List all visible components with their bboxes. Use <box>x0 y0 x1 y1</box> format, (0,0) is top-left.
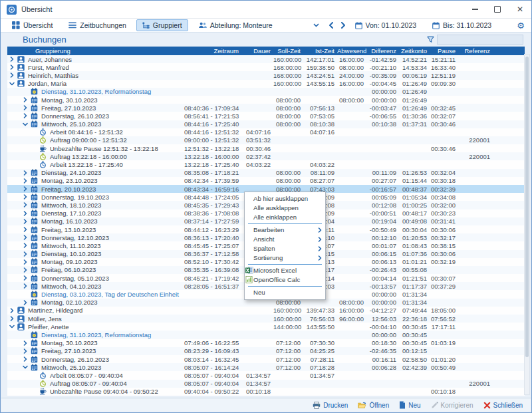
table-row[interactable]: Freitag, 27.10.202308:23:29 - 16:09:4307… <box>7 347 525 355</box>
chevron-right-icon[interactable] <box>23 235 31 240</box>
chevron-right-icon[interactable] <box>23 275 31 281</box>
close-dialog-button[interactable]: Schließen <box>483 402 523 409</box>
table-row[interactable]: Jordan, Maria160:00:00143:55:1516:00:00-… <box>7 80 525 88</box>
menu-item-bearbeiten[interactable]: Bearbeiten <box>245 225 325 235</box>
table-row[interactable]: Montag, 30.10.202307:49:06 - 16:22:5507:… <box>7 339 525 347</box>
chevron-right-icon[interactable] <box>23 170 31 176</box>
chevron-right-icon[interactable] <box>9 57 17 62</box>
table-row[interactable]: Arbeit 13:22:18 - 17:25:4013:22:18 - 17:… <box>7 160 525 168</box>
column-header-abwesend[interactable]: Abwesend <box>337 47 366 55</box>
view-tab-uebersicht[interactable]: Übersicht <box>6 19 59 31</box>
table-row[interactable]: Heinrich, Matthias168:00:00143:24:5124:0… <box>7 71 525 79</box>
table-row[interactable]: Auftrag 09:00:00 - 12:51:3209:00:00 - 12… <box>7 136 525 144</box>
chevron-right-icon[interactable] <box>23 178 31 184</box>
table-row[interactable]: Donnerstag, 26.10.202308:03:14 - 16:32:4… <box>7 355 525 363</box>
table-row[interactable]: Montag, 23.10.202308:42:34 - 17:39:5908:… <box>7 177 525 185</box>
table-row[interactable]: Arbeit 08:44:16 - 12:51:3208:44:16 - 12:… <box>7 128 525 136</box>
column-header-differenz[interactable]: Differenz <box>366 47 399 55</box>
table-row[interactable]: Fürst, Manfred168:00:00159:38:5008:00:00… <box>7 63 525 71</box>
menu-item-alle-einklappen[interactable]: Alle einklappen <box>245 213 325 222</box>
chevron-down-icon[interactable] <box>313 23 319 28</box>
table-row[interactable]: Auftrag 13:22:18 - 16:00:0013:22:18 - 16… <box>7 152 525 160</box>
menu-item-sortierung[interactable]: Sortierung <box>245 253 325 263</box>
table-row[interactable]: Unbezahlte Pause 12:51:32 - 13:22:1812:5… <box>7 144 525 152</box>
column-header-zeitkonto[interactable]: Zeitkonto <box>399 47 430 55</box>
settings-button[interactable]: ⚙ <box>517 21 526 30</box>
filter-input[interactable] <box>437 35 523 45</box>
chevron-right-icon[interactable] <box>23 227 31 232</box>
chevron-right-icon[interactable] <box>9 72 17 78</box>
chevron-right-icon[interactable] <box>23 186 31 192</box>
table-row[interactable]: Müller, Jens160:00:0076:56:0396:00:0012:… <box>7 315 525 323</box>
chevron-right-icon[interactable] <box>23 105 31 110</box>
chevron-right-icon[interactable] <box>23 300 31 305</box>
chevron-right-icon[interactable] <box>23 356 31 362</box>
chevron-right-icon[interactable] <box>23 283 31 289</box>
department-selector[interactable]: Abteilung: Monteure <box>192 19 325 31</box>
chevron-right-icon[interactable] <box>23 348 31 354</box>
chevron-down-icon[interactable] <box>9 81 17 86</box>
date-to-button[interactable]: Bis: 31.10.2023 <box>426 19 497 31</box>
chevron-down-icon[interactable] <box>23 122 31 127</box>
chevron-right-icon[interactable] <box>9 316 17 321</box>
previous-period-button[interactable] <box>325 21 337 30</box>
chevron-right-icon[interactable] <box>23 341 31 346</box>
column-header-ist-zeit[interactable]: Ist-Zeit <box>303 47 337 55</box>
column-header-soll-zeit[interactable]: Soll-Zeit <box>273 47 303 55</box>
chevron-right-icon[interactable] <box>9 65 17 70</box>
chevron-right-icon[interactable] <box>23 251 31 257</box>
table-row[interactable]: Mittwoch, 25.10.202308:44:16 - 17:25:400… <box>7 120 525 128</box>
view-tab-zeitbuchungen[interactable]: Zeitbuchungen <box>63 19 132 31</box>
table-row[interactable]: Pfeiffer, Anette144:00:00143:55:50-00:04… <box>7 323 525 331</box>
menu-item-alle-ausklappen[interactable]: Alle ausklappen <box>245 204 325 213</box>
open-button[interactable]: Öffnen <box>358 402 389 409</box>
table-row[interactable]: Dienstag, 24.10.202308:35:08 - 17:18:210… <box>7 169 525 177</box>
chevron-right-icon[interactable] <box>23 211 31 216</box>
menu-item-neu[interactable]: Neu <box>245 288 325 297</box>
chevron-right-icon[interactable] <box>23 202 31 207</box>
chevron-right-icon[interactable] <box>23 259 31 265</box>
chevron-down-icon[interactable] <box>23 364 31 370</box>
column-header-pause[interactable]: Pause <box>430 47 458 55</box>
table-row[interactable]: Unbezahlte Pause 09:40:04 - 09:50:2209:4… <box>7 388 525 396</box>
table-row[interactable]: Montag, 30.10.202308:00:0008:00:0000:00:… <box>7 96 525 104</box>
table-row[interactable]: Martinez, Hildegard160:00:00139:47:3316:… <box>7 307 525 315</box>
next-period-button[interactable] <box>337 21 349 30</box>
column-header-zeitraum[interactable]: Zeitraum <box>184 47 241 55</box>
menu-item-ab-hier-ausklappen[interactable]: Ab hier ausklappen <box>245 194 325 204</box>
menu-item-spalten[interactable]: Spalten <box>245 244 325 253</box>
date-from-button[interactable]: Von: 01.10.2023 <box>349 19 423 31</box>
chevron-right-icon[interactable] <box>23 243 31 248</box>
minimize-button[interactable] <box>464 1 486 18</box>
chevron-right-icon[interactable] <box>23 267 31 273</box>
chevron-down-icon[interactable] <box>9 324 17 329</box>
table-row[interactable]: Dienstag, 31.10.2023, Reformationstag00:… <box>7 88 525 96</box>
chevron-right-icon[interactable] <box>23 219 31 224</box>
menu-item-microsoft-excel[interactable]: Microsoft Excel <box>245 266 325 275</box>
close-button[interactable]: ✕ <box>509 1 531 18</box>
table-row[interactable]: Mittwoch, 25.10.202308:05:07 - 16:14:240… <box>7 363 525 371</box>
funnel-icon[interactable] <box>427 36 434 43</box>
table-row[interactable]: Donnerstag, 26.10.202308:56:41 - 17:21:5… <box>7 112 525 120</box>
chevron-right-icon[interactable] <box>9 308 17 313</box>
table-row[interactable]: Freitag, 27.10.202308:40:36 - 17:09:3408… <box>7 104 525 112</box>
chevron-right-icon[interactable] <box>23 113 31 118</box>
menu-item-openoffice-calc[interactable]: OpenOffice Calc <box>245 275 325 285</box>
column-header-referenz[interactable]: Referenz <box>458 47 493 55</box>
table-row[interactable]: Auer, Johannes160:00:00142:17:0116:00:00… <box>7 55 525 63</box>
chevron-right-icon[interactable] <box>23 194 31 200</box>
vertical-scrollbar[interactable] <box>524 54 530 395</box>
table-row[interactable]: Dienstag, 31.10.2023, Reformationstag00:… <box>7 331 525 339</box>
table-row[interactable]: Arbeit 08:05:07 - 09:40:0408:05:07 - 09:… <box>7 371 525 379</box>
scrollbar-thumb[interactable] <box>525 57 529 357</box>
column-header-dauer[interactable]: Dauer <box>241 47 273 55</box>
view-tab-gruppiert[interactable]: Gruppiert <box>136 19 188 31</box>
column-header-gruppierung[interactable]: Gruppierung <box>7 47 184 55</box>
new-button[interactable]: Neu <box>399 401 420 409</box>
table-row[interactable]: Auftrag 08:05:07 - 09:40:0408:05:07 - 09… <box>7 380 525 388</box>
chevron-right-icon[interactable] <box>23 97 31 102</box>
print-button[interactable]: Drucken <box>313 402 348 409</box>
correct-button[interactable]: Korrigieren <box>431 402 473 409</box>
menu-item-ansicht[interactable]: Ansicht <box>245 235 325 244</box>
maximize-button[interactable] <box>486 1 509 18</box>
